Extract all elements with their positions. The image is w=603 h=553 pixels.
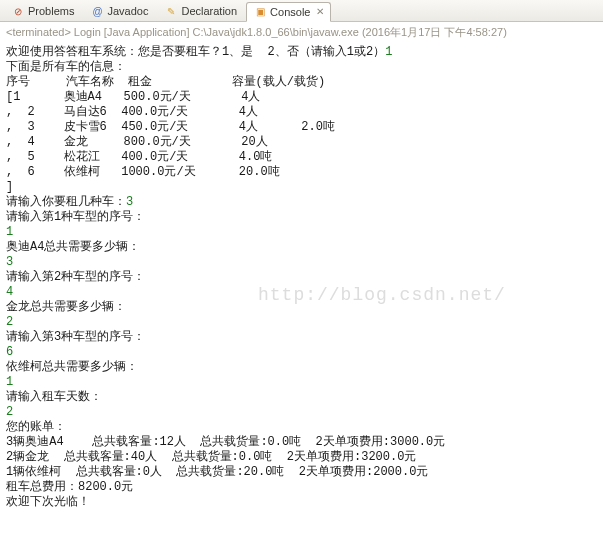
console-line: 请输入你要租几种车：3	[6, 195, 597, 210]
console-line: 序号 汽车名称 租金 容量(载人/载货)	[6, 75, 597, 90]
close-icon[interactable]: ✕	[316, 6, 324, 17]
tab-label: Console	[270, 6, 310, 18]
console-line: 金龙总共需要多少辆：	[6, 300, 597, 315]
terminated-line: <terminated> Login [Java Application] C:…	[0, 22, 603, 43]
user-input: 2	[6, 405, 13, 419]
user-input: 1	[385, 45, 392, 59]
console-line: 2辆金龙 总共载客量:40人 总共载货量:0.0吨 2天单项费用:3200.0元	[6, 450, 597, 465]
user-input: 6	[6, 345, 13, 359]
console-line: 6	[6, 345, 597, 360]
console-icon: ▣	[253, 5, 267, 19]
console-line: 4	[6, 285, 597, 300]
console-line: 1辆依维柯 总共载客量:0人 总共载货量:20.0吨 2天单项费用:2000.0…	[6, 465, 597, 480]
tab-problems[interactable]: ⊘ Problems	[4, 1, 81, 20]
console-line: 2	[6, 315, 597, 330]
problems-icon: ⊘	[11, 4, 25, 18]
console-line: 依维柯总共需要多少辆：	[6, 360, 597, 375]
javadoc-icon: @	[90, 4, 104, 18]
console-line: 3辆奥迪A4 总共载客量:12人 总共载货量:0.0吨 2天单项费用:3000.…	[6, 435, 597, 450]
console-line: 请输入第3种车型的序号：	[6, 330, 597, 345]
console-line: 1	[6, 375, 597, 390]
console-line: 下面是所有车的信息：	[6, 60, 597, 75]
user-input: 2	[6, 315, 13, 329]
user-input: 1	[6, 225, 13, 239]
console-line: , 5 松花江 400.0元/天 4.0吨	[6, 150, 597, 165]
console-line: , 2 马自达6 400.0元/天 4人	[6, 105, 597, 120]
tab-bar: ⊘ Problems @ Javadoc ✎ Declaration ▣ Con…	[0, 0, 603, 22]
tab-label: Javadoc	[107, 5, 148, 17]
console-line: 请输入第1种车型的序号：	[6, 210, 597, 225]
console-line: 请输入租车天数：	[6, 390, 597, 405]
console-line: , 4 金龙 800.0元/天 20人	[6, 135, 597, 150]
console-line: , 3 皮卡雪6 450.0元/天 4人 2.0吨	[6, 120, 597, 135]
user-input: 1	[6, 375, 13, 389]
console-line: 欢迎下次光临！	[6, 495, 597, 510]
console-line: [1 奥迪A4 500.0元/天 4人	[6, 90, 597, 105]
user-input: 3	[6, 255, 13, 269]
tab-label: Problems	[28, 5, 74, 17]
console-line: 租车总费用：8200.0元	[6, 480, 597, 495]
user-input: 4	[6, 285, 13, 299]
console-line: 欢迎使用答答租车系统：您是否要租车？1、是 2、否（请输入1或2）1	[6, 45, 597, 60]
console-line: 请输入第2种车型的序号：	[6, 270, 597, 285]
console-line: 您的账单：	[6, 420, 597, 435]
tab-declaration[interactable]: ✎ Declaration	[157, 1, 244, 20]
console-line: 3	[6, 255, 597, 270]
console-output: 欢迎使用答答租车系统：您是否要租车？1、是 2、否（请输入1或2）1下面是所有车…	[0, 43, 603, 516]
tab-console[interactable]: ▣ Console ✕	[246, 2, 331, 22]
tab-javadoc[interactable]: @ Javadoc	[83, 1, 155, 20]
user-input: 3	[126, 195, 133, 209]
tab-label: Declaration	[181, 5, 237, 17]
console-line: 1	[6, 225, 597, 240]
declaration-icon: ✎	[164, 4, 178, 18]
console-line: , 6 依维柯 1000.0元/天 20.0吨	[6, 165, 597, 180]
console-line: ]	[6, 180, 597, 195]
console-line: 奥迪A4总共需要多少辆：	[6, 240, 597, 255]
console-line: 2	[6, 405, 597, 420]
